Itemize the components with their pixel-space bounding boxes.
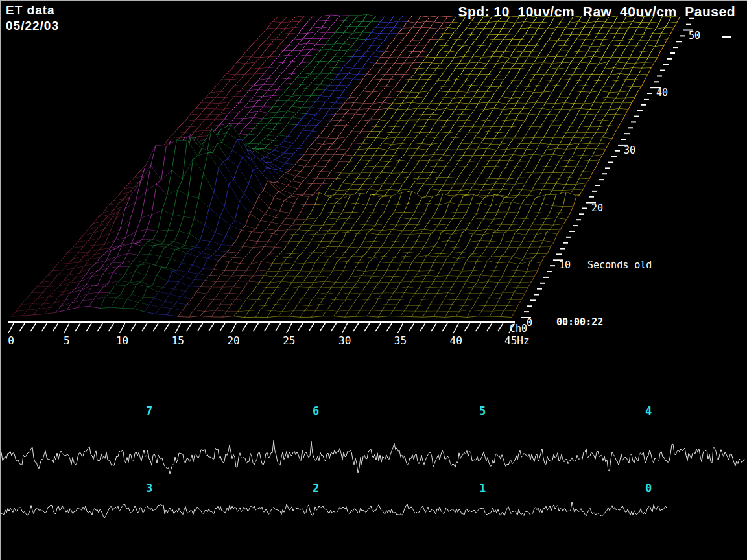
freq-tick-label: 10 — [116, 334, 128, 347]
channel-label: 5 — [479, 404, 486, 417]
waterfall-and-traces-canvas: 0510152025303540Ch045Hz01020304050Second… — [0, 0, 747, 560]
status-bar: Spd: 10 10uv/cm Raw 40uv/cm Paused — [458, 4, 735, 19]
freq-tick-label: 30 — [338, 334, 351, 347]
age-tick-label: 40 — [656, 87, 668, 99]
channel-label: 4 — [645, 404, 652, 417]
freq-end-label: 45Hz — [504, 334, 530, 347]
age-tick-label: 0 — [527, 317, 532, 329]
text-cursor — [722, 36, 731, 38]
eeg-app-window: 0510152025303540Ch045Hz01020304050Second… — [0, 0, 747, 560]
age-tick-label: 10 — [559, 259, 571, 271]
channel-label: 6 — [313, 404, 319, 417]
age-tick-label: 50 — [689, 30, 700, 41]
age-tick-label: 20 — [591, 202, 603, 214]
age-axis-title: Seconds old — [587, 259, 652, 271]
title-text: ET data — [6, 3, 55, 17]
channel-label: 0 — [645, 482, 652, 495]
elapsed-clock: 00:00:22 — [556, 316, 603, 328]
channel-label: 3 — [146, 482, 152, 495]
waterfall-mesh — [11, 15, 680, 318]
channel-axis-label: Ch0 — [510, 323, 527, 334]
date-text: 05/22/03 — [6, 19, 59, 32]
channel-label: 2 — [313, 482, 319, 495]
window-border-top — [0, 0, 747, 1]
channel-label: 7 — [146, 404, 152, 417]
freq-tick-label: 40 — [450, 334, 462, 347]
frequency-axis: 0510152025303540Ch045Hz — [8, 322, 529, 347]
eeg-trace-bottom — [1, 502, 667, 517]
freq-tick-label: 0 — [8, 334, 14, 347]
window-border-left — [0, 0, 1, 560]
freq-tick-label: 25 — [283, 334, 295, 347]
freq-tick-label: 15 — [172, 334, 184, 347]
freq-tick-label: 20 — [227, 334, 239, 347]
age-tick-label: 30 — [624, 145, 635, 156]
channel-label: 1 — [479, 482, 486, 495]
eeg-trace-top — [1, 440, 744, 474]
freq-tick-label: 5 — [64, 334, 70, 347]
app-title: ET data05/22/03 — [6, 3, 59, 34]
freq-tick-label: 35 — [394, 334, 407, 347]
